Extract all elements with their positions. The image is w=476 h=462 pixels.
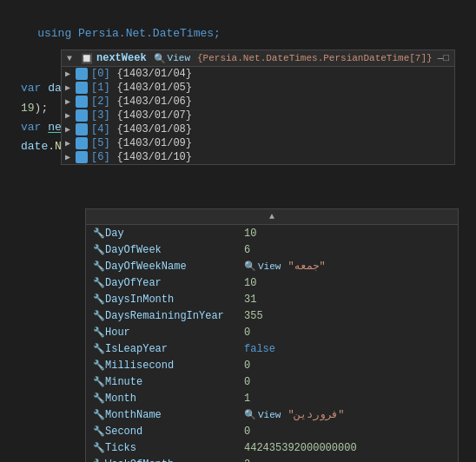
pin-button[interactable]: —□	[438, 53, 449, 63]
prop-row[interactable]: 🔧 Ticks 442435392000000000	[86, 439, 458, 456]
view-button[interactable]: 🔍 View	[150, 53, 194, 64]
prop-value: 10	[244, 228, 256, 240]
property-icon: 🔧	[93, 244, 105, 255]
property-icon: 🔧	[93, 459, 105, 462]
prop-value: 6	[244, 244, 250, 256]
prop-row[interactable]: 🔧 MonthName 🔍View "فروردین"	[86, 406, 458, 423]
list-item[interactable]: ▶ [3] {1403/01/07}	[62, 109, 331, 122]
property-icon: 🔧	[93, 228, 105, 239]
prop-row[interactable]: 🔧 DayOfWeek 6	[86, 241, 458, 258]
scroll-up-button[interactable]: ▲	[86, 209, 458, 225]
prop-value: 1	[244, 393, 250, 405]
prop-value: 2	[244, 459, 250, 463]
debug-tooltip-nextweek: ▼ 🔲 nextWeek 🔍 View {Persia.Net.DateTime…	[61, 50, 455, 165]
prop-row[interactable]: 🔧 DaysInMonth 31	[86, 291, 458, 307]
expand-icon: ▶	[65, 138, 76, 148]
expand-icon: ▶	[65, 124, 76, 135]
property-icon: 🔧	[93, 277, 105, 288]
array-value: {1403/01/10}	[117, 151, 192, 163]
property-icon: 🔧	[93, 409, 105, 420]
prop-name: IsLeapYear	[105, 343, 244, 355]
prop-row[interactable]: 🔧 Second 0	[86, 423, 458, 439]
prop-value: 0	[244, 426, 250, 438]
array-index: [5]	[91, 137, 110, 149]
prop-name: Month	[105, 393, 244, 405]
property-icon: 🔧	[93, 294, 105, 305]
prop-name: WeekOfMonth	[105, 459, 244, 463]
array-value: {1403/01/09}	[117, 137, 192, 149]
prop-value: 31	[244, 294, 256, 306]
array-item-icon	[76, 151, 88, 163]
list-item[interactable]: ▶ [5] {1403/01/09}	[62, 136, 331, 150]
prop-row[interactable]: 🔧 Minute 0	[86, 373, 458, 390]
prop-row[interactable]: 🔧 Month 1	[86, 390, 458, 406]
property-icon: 🔧	[93, 261, 105, 272]
array-value: {1403/01/07}	[117, 109, 192, 122]
array-value: {1403/01/06}	[117, 96, 192, 108]
prop-name: Minute	[105, 376, 244, 388]
property-icon: 🔧	[93, 393, 105, 404]
array-value: {1403/01/08}	[117, 123, 192, 135]
prop-row[interactable]: 🔧 DayOfWeekName 🔍View "جمعه"	[86, 258, 458, 274]
array-item-icon	[76, 137, 88, 149]
prop-name: Millisecond	[105, 360, 244, 372]
list-item[interactable]: ▶ [6] {1403/01/10}	[62, 150, 331, 164]
property-icon: 🔧	[93, 360, 105, 371]
list-item[interactable]: ▶ [1] {1403/01/05}	[62, 81, 331, 95]
list-item[interactable]: ▶ [0] {1403/01/04}	[62, 67, 331, 81]
list-item[interactable]: ▶ [4] {1403/01/08}	[62, 122, 331, 136]
property-icon: 🔧	[93, 343, 105, 354]
list-item[interactable]: ▶ [2] {1403/01/06}	[62, 95, 331, 109]
var-label: nextWeek	[96, 52, 147, 64]
prop-value: 355	[244, 310, 263, 322]
prop-name: Hour	[105, 327, 244, 339]
properties-panel: ▲ 🔧 Day 10 🔧 DayOfWeek 6 🔧 DayOfWeekName…	[85, 208, 459, 462]
array-value: {1403/01/05}	[117, 82, 192, 94]
prop-value: "جمعه"	[288, 260, 325, 273]
prop-name: MonthName	[105, 409, 244, 421]
magnifier-small-icon: 🔍	[244, 409, 256, 420]
property-icon: 🔧	[93, 376, 105, 387]
magnifier-icon: 🔍	[154, 53, 166, 64]
prop-row[interactable]: 🔧 Day 10	[86, 225, 458, 241]
type-info: {Persia.Net.DateTimes.PersianDateTime[7]…	[197, 53, 433, 63]
var-list: ▶ [0] {1403/01/04} ▶ [1] {1403/01/05} ▶ …	[62, 67, 331, 164]
prop-row[interactable]: 🔧 Hour 0	[86, 324, 458, 340]
prop-name: DaysInMonth	[105, 294, 244, 306]
view-inline-button[interactable]: 🔍View	[244, 261, 281, 272]
array-index: [3]	[91, 109, 110, 122]
array-item-icon	[76, 96, 88, 108]
prop-name: DayOfWeek	[105, 244, 244, 256]
array-item-icon	[76, 123, 88, 135]
array-item-icon	[76, 68, 88, 80]
prop-name: DaysRemainingInYear	[105, 310, 244, 322]
expand-icon: ▶	[65, 152, 76, 162]
array-index: [0]	[91, 68, 110, 80]
prop-name: DayOfYear	[105, 277, 244, 289]
array-index: [1]	[91, 82, 110, 94]
prop-value: "فروردین"	[288, 408, 344, 421]
property-icon: 🔧	[93, 327, 105, 338]
debug-header: ▼ 🔲 nextWeek 🔍 View {Persia.Net.DateTime…	[62, 50, 454, 67]
expand-icon: ▶	[65, 69, 76, 79]
property-icon: 🔧	[93, 442, 105, 453]
using-keyword: using Persia.Net.DateTimes;	[37, 27, 221, 40]
prop-row[interactable]: 🔧 DayOfYear 10	[86, 274, 458, 291]
prop-name: Ticks	[105, 442, 244, 454]
prop-row[interactable]: 🔧 Millisecond 0	[86, 357, 458, 373]
prop-value: false	[244, 343, 275, 355]
magnifier-small-icon: 🔍	[244, 261, 256, 272]
prop-name: Day	[105, 228, 244, 240]
collapse-arrow[interactable]: ▼	[67, 54, 77, 63]
prop-name: DayOfWeekName	[105, 261, 244, 273]
prop-row[interactable]: 🔧 WeekOfMonth 2	[86, 456, 458, 462]
prop-rows: 🔧 Day 10 🔧 DayOfWeek 6 🔧 DayOfWeekName 🔍…	[86, 225, 458, 462]
array-item-icon	[76, 109, 88, 122]
array-item-icon	[76, 82, 88, 94]
prop-value: 0	[244, 327, 250, 339]
array-index: [4]	[91, 123, 110, 135]
prop-value: 0	[244, 376, 250, 388]
prop-row[interactable]: 🔧 IsLeapYear false	[86, 340, 458, 357]
view-inline-button[interactable]: 🔍View	[244, 409, 281, 420]
prop-row[interactable]: 🔧 DaysRemainingInYear 355	[86, 307, 458, 324]
